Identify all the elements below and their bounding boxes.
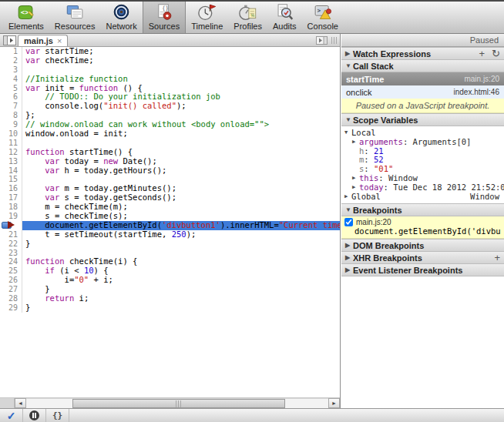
show-debugger-sidebar-icon[interactable] [316,36,328,45]
gutter-line-number[interactable]: 23 [0,249,22,258]
gutter-line-number[interactable]: 11 [0,139,22,148]
gutter-line-number[interactable]: 24 [0,257,22,266]
gutter-line-number[interactable]: 27 [0,285,22,294]
console-toggle-button[interactable]: ✓ [0,409,23,422]
gutter-line-number[interactable]: 9 [0,120,22,129]
gutter-line-number[interactable]: 7 [0,102,22,111]
scope-variable[interactable]: ▶this: Window [344,174,504,183]
tab-timeline[interactable]: Timeline [186,2,228,33]
code-line[interactable] [22,65,340,75]
editor-tab-mainjs[interactable]: main.js × [18,35,68,46]
scrollbar-thumb[interactable] [72,399,285,408]
code-line[interactable]: var init = function () { [22,84,340,93]
gutter-line-number[interactable]: 1 [0,47,22,56]
section-scope-variables[interactable]: ▼ Scope Variables [341,113,504,126]
code-line[interactable]: }; [22,111,340,120]
gutter-line-number[interactable]: 4 [0,75,22,84]
code-line[interactable]: var checkTime; [22,56,340,65]
code-line[interactable]: function checkTime(i) { [22,257,340,266]
gutter-line-number[interactable]: 13 [0,157,22,166]
code-line[interactable]: var s = today.getSeconds(); [22,193,340,203]
code-line[interactable]: } [22,303,340,313]
code-line[interactable]: m = checkTime(m); [22,203,340,212]
breakpoint-checkbox[interactable] [344,218,353,226]
tab-profiles[interactable]: % Profiles [228,2,267,33]
gutter-line-number[interactable]: 14 [0,166,22,176]
section-dom-breakpoints[interactable]: ▶ DOM Breakpoints [341,239,504,252]
section-xhr-breakpoints[interactable]: ▶ XHR Breakpoints + [341,251,504,264]
horizontal-scrollbar[interactable]: ◄ ► [0,397,340,408]
gutter-line-number[interactable]: 25 [0,266,22,276]
gutter-line-number[interactable]: 29 [0,303,22,313]
splitter-grip[interactable] [331,37,338,44]
tab-network[interactable]: Network [100,2,142,33]
section-breakpoints[interactable]: ▼ Breakpoints [341,203,504,216]
chevron-right-icon[interactable]: ▶ [352,138,359,147]
scroll-left-arrow[interactable]: ◄ [15,398,26,408]
code-line[interactable]: i="0" + i; [22,276,340,285]
code-line[interactable]: s = checkTime(s); [22,212,340,221]
section-watch-expressions[interactable]: ▶ Watch Expressions + ↻ [341,47,504,60]
tab-audits[interactable]: Audits [267,2,302,33]
code-line[interactable]: } [22,285,340,294]
scroll-right-arrow[interactable]: ► [328,398,340,408]
add-watch-icon[interactable]: + [479,49,486,59]
code-line[interactable]: var startTime; [22,47,340,56]
gutter-line-number[interactable]: 12 [0,148,22,157]
code-line[interactable]: // window.onload can work without <body … [22,120,340,129]
call-stack-frame[interactable]: startTime main.js:20 [341,72,504,85]
call-stack-frame[interactable]: onclick index.html:46 [341,85,504,99]
code-line[interactable]: var m = today.getMinutes(); [22,184,340,193]
scrollbar-track[interactable] [26,398,328,408]
code-line[interactable] [22,139,340,148]
gutter-line-number[interactable]: 16 [0,184,22,193]
code-line[interactable]: return i; [22,294,340,303]
tab-console[interactable]: > Console [302,2,344,33]
gutter-line-number[interactable]: 6 [0,92,22,102]
gutter-line-number[interactable]: 17 [0,193,22,203]
gutter-line-number[interactable]: 5 [0,84,22,93]
section-call-stack[interactable]: ▼ Call Stack [341,59,504,72]
gutter-line-number[interactable] [0,221,22,230]
breakpoint-source-snippet[interactable]: document.getElementById('divbutt… [344,226,501,236]
gutter-line-number[interactable]: 22 [0,239,22,249]
code-line[interactable] [22,175,340,184]
gutter-line-number[interactable]: 19 [0,212,22,221]
gutter-line-number[interactable]: 8 [0,111,22,120]
close-tab-icon[interactable]: × [57,36,62,45]
gutter-line-number[interactable]: 15 [0,175,22,184]
gutter-line-number[interactable]: 10 [0,129,22,139]
chevron-right-icon[interactable]: ▶ [352,174,359,183]
scope-variable[interactable]: ▶today: Tue Dec 18 2012 21:52:0… [344,183,504,193]
tab-elements[interactable]: <> Elements [3,2,49,33]
section-event-listener-breakpoints[interactable]: ▶ Event Listener Breakpoints [341,263,504,276]
gutter-line-number[interactable]: 26 [0,276,22,285]
code-line[interactable]: window.onload = init; [22,129,340,139]
breakpoint-entry[interactable]: main.js:20 document.getElementById('divb… [341,216,504,239]
gutter-line-number[interactable]: 3 [0,65,22,75]
scope-variable[interactable]: ▶arguments: Arguments[0] [344,138,504,147]
gutter-line-number[interactable]: 28 [0,294,22,303]
code-line[interactable]: if (i < 10) { [22,266,340,276]
refresh-watch-icon[interactable]: ↻ [492,49,500,59]
code-line[interactable]: var h = today.getHours(); [22,166,340,176]
tab-resources[interactable]: Resources [49,2,101,33]
gutter-line-number[interactable]: 2 [0,56,22,65]
code-line[interactable] [22,249,340,258]
code-line[interactable]: function startTime() { [22,148,340,157]
add-xhr-breakpoint-icon[interactable]: + [494,253,500,263]
gutter-line-number[interactable]: 21 [0,230,22,239]
code-line[interactable]: document.getElementById('divbutton1').in… [22,221,340,230]
code-line[interactable]: console.log("init() called"); [22,102,340,111]
scope-global-root[interactable]: ▶ Global Window [344,193,504,202]
code-line[interactable]: } [22,239,340,249]
code-line[interactable]: //Initialize function [22,75,340,84]
show-navigator-icon[interactable] [3,35,16,45]
gutter-line-number[interactable]: 18 [0,203,22,212]
code-line[interactable]: t = setTimeout(startTime, 250); [22,230,340,239]
code-line[interactable]: // TODO:: Do your initialization job [22,92,340,102]
code-line[interactable]: var today = new Date(); [22,157,340,166]
code-area[interactable]: 1var startTime;2var checkTime;34//Initia… [0,47,340,397]
pretty-print-button[interactable]: {} [46,409,69,422]
tab-sources[interactable]: {} Sources [143,2,186,33]
